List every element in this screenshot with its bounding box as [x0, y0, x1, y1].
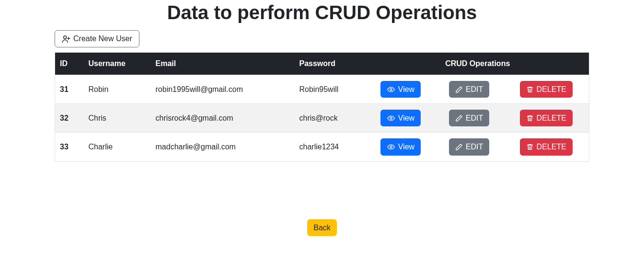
pencil-icon: [455, 86, 463, 93]
table-header-row: ID Username Email Password CRUD Operatio…: [55, 53, 589, 75]
create-new-user-button[interactable]: Create New User: [55, 30, 139, 47]
edit-button-label: EDIT: [466, 113, 483, 123]
user-plus-icon: [62, 35, 70, 43]
delete-button-label: DELETE: [537, 142, 566, 151]
cell-password: chris@rock: [295, 104, 367, 133]
edit-button[interactable]: EDIT: [449, 138, 489, 155]
table-row: 31 Robin robin1995will@gmail.com Robin95…: [55, 75, 589, 104]
edit-button-label: EDIT: [466, 85, 483, 94]
edit-button[interactable]: EDIT: [449, 81, 489, 98]
pencil-icon: [455, 143, 463, 151]
create-new-user-label: Create New User: [73, 34, 132, 43]
delete-button[interactable]: DELETE: [520, 81, 573, 98]
back-button[interactable]: Back: [307, 219, 337, 236]
cell-email: robin1995will@gmail.com: [151, 75, 295, 104]
cell-id: 31: [55, 75, 84, 104]
col-ops: CRUD Operations: [367, 53, 589, 75]
eye-icon: [387, 143, 395, 151]
cell-username: Chris: [84, 104, 151, 133]
delete-button[interactable]: DELETE: [520, 138, 573, 155]
col-username: Username: [84, 53, 151, 75]
users-table: ID Username Email Password CRUD Operatio…: [55, 52, 589, 162]
view-button[interactable]: View: [380, 110, 421, 126]
delete-button-label: DELETE: [537, 113, 566, 123]
cell-id: 32: [55, 104, 84, 133]
cell-password: charlie1234: [295, 133, 367, 161]
view-button-label: View: [398, 113, 414, 123]
view-button-label: View: [398, 142, 414, 151]
delete-button[interactable]: DELETE: [520, 110, 573, 126]
delete-button-label: DELETE: [537, 85, 566, 94]
col-password: Password: [295, 53, 367, 75]
eye-icon: [387, 86, 395, 93]
pencil-icon: [455, 114, 463, 122]
svg-point-0: [64, 36, 67, 39]
trash-icon: [526, 143, 534, 151]
edit-button[interactable]: EDIT: [449, 110, 489, 126]
col-id: ID: [55, 53, 84, 75]
col-email: Email: [151, 53, 295, 75]
cell-id: 33: [55, 133, 84, 161]
cell-email: madcharlie@gmail.com: [151, 133, 295, 161]
cell-email: chrisrock4@gmail.com: [151, 104, 295, 133]
cell-password: Robin95will: [295, 75, 367, 104]
cell-username: Charlie: [84, 133, 151, 161]
table-row: 32 Chris chrisrock4@gmail.com chris@rock…: [55, 104, 589, 133]
eye-icon: [387, 114, 395, 122]
edit-button-label: EDIT: [466, 142, 483, 151]
view-button[interactable]: View: [380, 81, 421, 98]
trash-icon: [526, 86, 534, 93]
table-row: 33 Charlie madcharlie@gmail.com charlie1…: [55, 133, 589, 161]
trash-icon: [526, 114, 534, 122]
view-button[interactable]: View: [380, 138, 421, 155]
view-button-label: View: [398, 85, 414, 94]
cell-username: Robin: [84, 75, 151, 104]
page-title: Data to perform CRUD Operations: [55, 2, 589, 23]
